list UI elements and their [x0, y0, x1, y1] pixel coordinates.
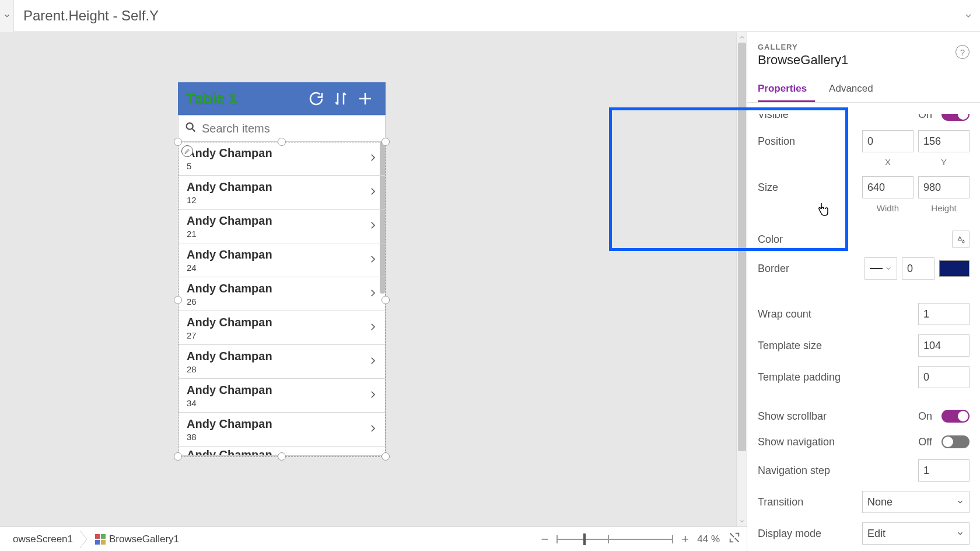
size-height-input[interactable]: [918, 176, 970, 198]
size-width-input[interactable]: [862, 176, 914, 198]
properties-body: Visible On Position X Y Size: [747, 114, 980, 551]
color-picker-button[interactable]: [952, 231, 970, 248]
list-item[interactable]: Andy Champan34: [178, 379, 385, 413]
resize-handle[interactable]: [174, 452, 182, 461]
list-item[interactable]: Andy Champan24: [178, 243, 385, 277]
list-item[interactable]: Andy Champan27: [178, 311, 385, 345]
resize-handle[interactable]: [382, 138, 390, 146]
x-sublabel: X: [862, 157, 914, 167]
breadcrumb-control[interactable]: BrowseGallery1: [88, 527, 186, 551]
prop-wrapcount-label: Wrap count: [758, 308, 918, 320]
fit-to-window-button[interactable]: [728, 531, 741, 547]
zoom-value: 44: [697, 533, 708, 545]
border-width-input[interactable]: [902, 257, 935, 280]
app-header: Table 1: [178, 82, 386, 115]
list-item[interactable]: Andy Champan28: [178, 345, 385, 379]
list-item[interactable]: Andy Champan38: [178, 413, 385, 447]
resize-handle[interactable]: [382, 296, 390, 304]
width-sublabel: Width: [862, 203, 914, 213]
formula-input[interactable]: Parent.Height - Self.Y: [14, 0, 957, 32]
prop-templatesize-label: Template size: [758, 340, 918, 352]
tab-properties[interactable]: Properties: [758, 77, 815, 102]
search-icon: [184, 121, 197, 136]
prop-color-label: Color: [758, 233, 952, 246]
add-icon[interactable]: [353, 86, 377, 111]
list-item[interactable]: Andy Champan26: [178, 277, 385, 311]
transition-dropdown[interactable]: None: [862, 491, 970, 513]
prop-visible-label: Visible: [758, 114, 918, 121]
display-mode-dropdown[interactable]: Edit: [862, 522, 970, 545]
status-bar: owseScreen1 BrowseGallery1 − + 44 %: [0, 526, 747, 551]
chevron-right-icon: [368, 152, 378, 165]
chevron-right-icon: [368, 322, 378, 334]
formula-expand[interactable]: [957, 11, 980, 20]
refresh-icon[interactable]: [304, 86, 328, 111]
position-y-input[interactable]: [918, 130, 970, 152]
svg-point-0: [187, 123, 193, 130]
chevron-right-icon: [368, 355, 378, 368]
control-name: BrowseGallery1: [758, 53, 970, 68]
show-scrollbar-toggle[interactable]: [942, 410, 970, 423]
prop-displaymode-label: Display mode: [758, 528, 862, 540]
browse-gallery[interactable]: Andy Champan5 Andy Champan12 Andy Champa…: [178, 142, 386, 456]
list-item[interactable]: Andy Champan5: [178, 142, 385, 176]
canvas-scrollbar[interactable]: [736, 32, 747, 526]
prop-templatepadding-label: Template padding: [758, 371, 918, 383]
prop-shownavigation-label: Show navigation: [758, 436, 918, 448]
chevron-right-icon: [368, 288, 378, 301]
chevron-right-icon: [368, 220, 378, 233]
resize-handle[interactable]: [174, 138, 182, 146]
chevron-right-icon: [368, 389, 378, 402]
edit-pencil-icon[interactable]: [181, 145, 193, 157]
properties-panel: GALLERY BrowseGallery1 ? Properties Adva…: [747, 32, 980, 551]
sort-icon[interactable]: [328, 86, 353, 111]
resize-handle[interactable]: [382, 452, 390, 461]
zoom-out-button[interactable]: −: [541, 532, 549, 547]
resize-handle[interactable]: [278, 138, 286, 146]
template-padding-input[interactable]: [918, 366, 970, 388]
wrap-count-input[interactable]: [918, 303, 970, 325]
list-item[interactable]: Andy Champan12: [178, 176, 385, 210]
control-type-label: GALLERY: [758, 43, 970, 51]
chevron-right-icon: [368, 254, 378, 267]
tab-advanced[interactable]: Advanced: [829, 77, 881, 102]
border-color-swatch[interactable]: [939, 260, 970, 277]
formula-property-dropdown[interactable]: [0, 0, 14, 32]
prop-transition-label: Transition: [758, 496, 862, 508]
prop-size-label: Size: [758, 182, 862, 194]
zoom-slider[interactable]: [556, 539, 673, 540]
help-icon[interactable]: ?: [956, 45, 970, 59]
prop-border-label: Border: [758, 263, 864, 275]
border-style-dropdown[interactable]: [864, 257, 897, 280]
y-sublabel: Y: [918, 157, 970, 167]
app-title: Table 1: [186, 90, 304, 108]
breadcrumb-screen[interactable]: owseScreen1: [6, 527, 80, 551]
visible-toggle[interactable]: [942, 114, 970, 121]
prop-showscrollbar-label: Show scrollbar: [758, 410, 918, 423]
height-sublabel: Height: [918, 203, 970, 213]
formula-text: Parent.Height - Self.Y: [23, 8, 159, 24]
position-x-input[interactable]: [862, 130, 914, 152]
chevron-right-icon: [368, 186, 378, 199]
resize-handle[interactable]: [174, 296, 182, 304]
toggle-state-text: On: [918, 114, 932, 121]
resize-handle[interactable]: [278, 452, 286, 461]
formula-bar: Parent.Height - Self.Y: [0, 0, 980, 32]
list-item[interactable]: Andy Champan21: [178, 210, 385, 243]
prop-position-label: Position: [758, 135, 862, 148]
navigation-step-input[interactable]: [918, 459, 970, 482]
show-navigation-toggle[interactable]: [942, 435, 970, 448]
zoom-in-button[interactable]: +: [681, 532, 689, 547]
chevron-right-icon: [368, 423, 378, 436]
prop-navigationstep-label: Navigation step: [758, 465, 918, 477]
template-size-input[interactable]: [918, 334, 970, 357]
search-input[interactable]: [202, 122, 379, 135]
